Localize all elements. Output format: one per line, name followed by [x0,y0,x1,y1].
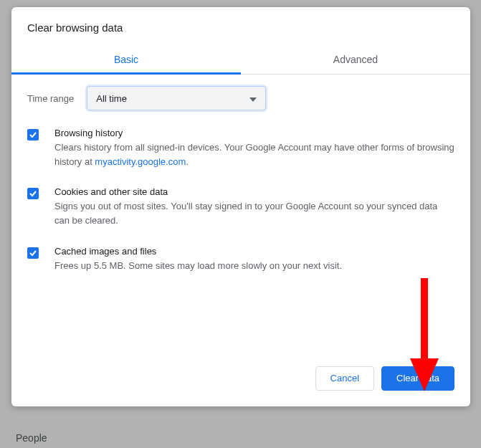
tab-advanced[interactable]: Advanced [241,45,470,74]
clear-browsing-data-dialog: Clear browsing data Basic Advanced Time … [11,7,470,406]
option-cached: Cached images and files Frees up 5.5 MB.… [27,246,454,273]
option-text: Browsing history Clears history from all… [54,128,454,169]
dialog-content: Time range All time Browsing history Cle… [11,75,470,297]
checkbox-cookies[interactable] [27,188,39,199]
chevron-down-icon [249,93,257,104]
option-cookies: Cookies and other site data Signs you ou… [27,186,454,228]
checkbox-cached[interactable] [27,247,39,259]
cancel-button[interactable]: Cancel [315,366,374,391]
check-icon [29,249,37,257]
option-description: Frees up 5.5 MB. Some sites may load mor… [54,259,342,273]
checkbox-browsing-history[interactable] [27,129,39,140]
time-range-row: Time range All time [27,86,454,110]
option-desc-suffix: . [186,156,189,167]
myactivity-link[interactable]: myactivity.google.com [95,156,186,167]
dialog-footer: Cancel Clear data [11,355,470,406]
option-text: Cached images and files Frees up 5.5 MB.… [54,246,342,273]
option-browsing-history: Browsing history Clears history from all… [27,128,454,169]
time-range-select[interactable]: All time [87,86,266,110]
option-description: Clears history from all signed-in device… [54,140,454,169]
option-text: Cookies and other site data Signs you ou… [54,186,454,228]
tabs: Basic Advanced [11,45,470,75]
option-title: Cookies and other site data [54,186,454,197]
tab-basic[interactable]: Basic [11,45,241,74]
background-section-label: People [16,432,47,444]
clear-data-button[interactable]: Clear data [381,366,454,391]
check-icon [29,189,37,198]
dialog-title: Clear browsing data [11,7,470,45]
time-range-value: All time [96,93,127,104]
option-description: Signs you out of most sites. You'll stay… [54,199,454,228]
option-title: Browsing history [54,128,454,138]
time-range-label: Time range [27,93,74,104]
check-icon [29,130,37,139]
option-title: Cached images and files [54,246,342,257]
